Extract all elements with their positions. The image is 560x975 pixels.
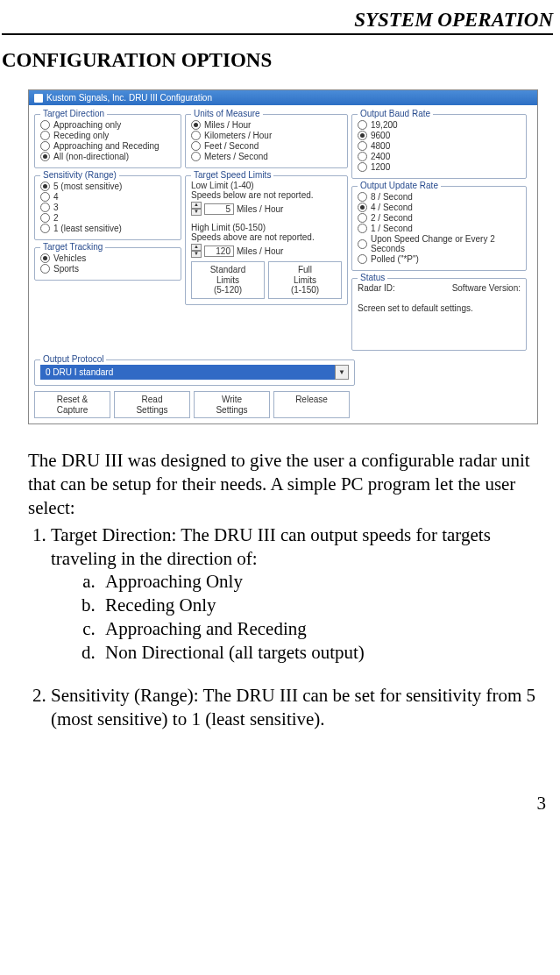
high-limit-label: High Limit (50-150) [191,223,342,232]
section-title: CONFIGURATION OPTIONS [2,49,553,72]
radio-4s[interactable]: 4 / Second [358,203,521,212]
low-limit-value[interactable]: 5 [204,203,234,215]
group-units: Units of Measure Miles / Hour Kilometers… [185,114,348,168]
low-limit-label: Low Limit (1-40) [191,181,342,190]
radio-approaching[interactable]: Approaching only [40,120,175,130]
low-limit-spinner[interactable]: ▲▼ [191,202,202,216]
group-label: Target Speed Limits [191,170,273,180]
group-tracking: Target Tracking Vehicles Sports [34,247,181,281]
group-label: Output Protocol [40,354,106,364]
intro-paragraph: The DRU III was designed to give the use… [28,449,546,520]
release-button[interactable]: Release [273,391,350,418]
protocol-select[interactable]: 0 DRU I standard [40,365,335,380]
group-label: Status [358,273,387,282]
high-limit-spinner[interactable]: ▲▼ [191,244,202,258]
radio-vehicles[interactable]: Vehicles [40,253,175,263]
body-text: The DRU III was designed to give the use… [28,449,546,731]
group-update-rate: Output Update Rate 8 / Second 4 / Second… [351,186,527,271]
page-number: 3 [2,793,546,815]
radio-kph[interactable]: Kilometers / Hour [191,131,342,140]
radio-2s[interactable]: 2 / Second [358,213,521,223]
radio-mph[interactable]: Miles / Hour [191,120,342,130]
standard-limits-button[interactable]: Standard Limits (5-120) [191,261,265,299]
group-status: Status Radar ID: Software Version: Scree… [351,278,527,351]
low-limit-unit: Miles / Hour [237,204,283,214]
list-item-1b: Receding Only [100,594,546,617]
reset-capture-button[interactable]: Reset & Capture [34,391,110,418]
app-icon [34,94,43,103]
high-limit-unit: Miles / Hour [237,246,283,256]
group-label: Output Baud Rate [358,109,433,118]
radio-fps[interactable]: Feet / Second [191,141,342,151]
read-settings-button[interactable]: Read Settings [114,391,190,418]
low-limit-note: Speeds below are not reported. [191,190,342,200]
radio-receding[interactable]: Receding only [40,131,175,140]
radio-19200[interactable]: 19,200 [358,120,521,130]
group-label: Target Direction [40,109,107,118]
radio-sens-3[interactable]: 3 [40,203,175,212]
radio-1200[interactable]: 1200 [358,162,521,172]
group-protocol: Output Protocol 0 DRU I standard ▼ [34,359,355,386]
radio-polled[interactable]: Polled ("*P") [358,254,521,264]
radar-id-label: Radar ID: [358,283,395,293]
radio-sports[interactable]: Sports [40,264,175,274]
radio-sens-5[interactable]: 5 (most sensitive) [40,181,175,191]
status-message: Screen set to default settings. [358,303,521,313]
radio-4800[interactable]: 4800 [358,141,521,151]
dialog-title: Kustom Signals, Inc. DRU III Configurati… [46,93,212,103]
list-item-1d: Non Directional (all targets output) [100,641,546,665]
radio-9600[interactable]: 9600 [358,131,521,140]
chevron-down-icon[interactable]: ▼ [335,365,349,380]
radio-1s[interactable]: 1 / Second [358,224,521,233]
group-label: Output Update Rate [358,181,441,190]
radio-2400[interactable]: 2400 [358,152,521,161]
list-item-2: Sensitivity (Range): The DRU III can be … [51,684,546,731]
full-limits-button[interactable]: Full Limits (1-150) [268,261,342,299]
high-limit-note: Speeds above are not reported. [191,232,342,242]
radio-sens-2[interactable]: 2 [40,213,175,223]
group-label: Units of Measure [191,109,263,118]
list-item-1a: Approaching Only [100,570,546,594]
high-limit-value[interactable]: 120 [204,246,234,257]
radio-sens-4[interactable]: 4 [40,192,175,202]
radio-mps[interactable]: Meters / Second [191,152,342,161]
group-label: Sensitivity (Range) [40,170,119,180]
write-settings-button[interactable]: Write Settings [194,391,270,418]
group-sensitivity: Sensitivity (Range) 5 (most sensitive) 4… [34,175,181,240]
dialog-titlebar: Kustom Signals, Inc. DRU III Configurati… [29,90,537,105]
software-version-label: Software Version: [452,283,521,293]
group-label: Target Tracking [40,242,105,252]
radio-sens-1[interactable]: 1 (least sensitive) [40,224,175,233]
list-item-1c: Approaching and Receding [100,617,546,641]
config-dialog: Kustom Signals, Inc. DRU III Configurati… [28,89,538,424]
radio-8s[interactable]: 8 / Second [358,192,521,202]
group-target-direction: Target Direction Approaching only Recedi… [34,114,181,168]
group-baud: Output Baud Rate 19,200 9600 4800 2400 1… [351,114,527,179]
list-item-1: Target Direction: The DRU III can output… [51,523,546,665]
radio-change[interactable]: Upon Speed Change or Every 2 Seconds [358,234,521,253]
page-header: SYSTEM OPERATION [2,9,553,35]
radio-both[interactable]: Approaching and Receding [40,141,175,151]
radio-all[interactable]: All (non-directional) [40,152,175,161]
group-speed-limits: Target Speed Limits Low Limit (1-40) Spe… [185,175,348,305]
